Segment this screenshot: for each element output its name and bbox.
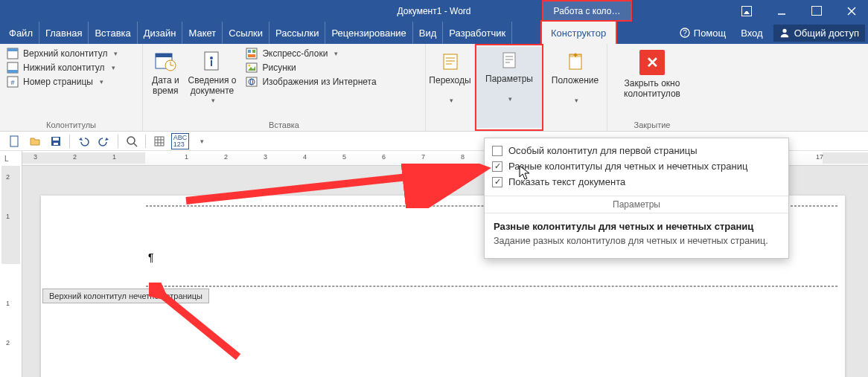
chevron-down-icon: ▾ (211, 97, 215, 105)
close-header-footer-button[interactable]: ✕ Закрыть окно колонтитулов (612, 47, 692, 100)
redo-button[interactable] (95, 133, 114, 149)
close-button[interactable] (835, 0, 868, 22)
undo-button[interactable] (74, 133, 93, 149)
new-doc-button[interactable] (4, 133, 24, 149)
tab-design[interactable]: Дизайн (138, 22, 183, 44)
pilcrow-mark: ¶ (148, 251, 154, 263)
opt2-label: Разные колонтитулы для четных и нечетных… (508, 161, 747, 172)
navigation-button[interactable]: Переходы▾ (430, 47, 470, 105)
ribbon-display-options-icon[interactable] (730, 0, 763, 22)
different-first-page-checkbox[interactable]: Особый колонтитул для первой страницы (492, 143, 781, 158)
page-number-label: Номер страницы (23, 77, 93, 87)
svg-text:#: # (10, 79, 14, 86)
chevron-down-icon: ▾ (450, 97, 453, 105)
navigation-label: Переходы (429, 75, 470, 86)
header-button[interactable]: Верхний колонтитул▾ (4, 47, 138, 60)
help-button[interactable]: ? Помощ (675, 28, 730, 39)
svg-text:?: ? (683, 29, 687, 37)
date-time-button[interactable]: Дата и время (147, 47, 184, 105)
qat-more-button[interactable]: ▾ (191, 133, 211, 149)
svg-rect-9 (7, 70, 18, 73)
ribbon: Верхний колонтитул▾ Нижний колонтитул▾ #… (0, 44, 868, 132)
active-tab-highlight: Конструктор (540, 20, 617, 45)
svg-line-49 (134, 144, 137, 146)
ribbon-tabs: Файл Главная Вставка Дизайн Макет Ссылки… (0, 22, 868, 44)
svg-point-48 (127, 137, 135, 144)
person-icon (779, 28, 790, 38)
svg-rect-34 (503, 53, 515, 68)
checkbox-checked-icon (492, 177, 502, 187)
svg-marker-46 (79, 138, 83, 141)
tab-layout[interactable]: Макет (182, 22, 223, 44)
group-label-insert: Вставка (143, 120, 425, 129)
pictures-icon (246, 62, 258, 74)
quick-parts-icon (246, 48, 258, 59)
show-document-text-checkbox[interactable]: Показать текст документа (492, 174, 781, 190)
tab-developer[interactable]: Разработчик (443, 22, 512, 44)
svg-rect-30 (444, 54, 457, 69)
window-controls (730, 0, 868, 22)
chevron-down-icon: ▾ (100, 78, 103, 86)
tab-insert[interactable]: Вставка (89, 22, 137, 44)
tab-file[interactable]: Файл (0, 22, 39, 44)
options-icon (497, 48, 521, 72)
vertical-ruler[interactable]: 2 1 1 2 (0, 166, 22, 377)
different-odd-even-checkbox[interactable]: Разные колонтитулы для четных и нечетных… (492, 158, 781, 174)
position-button[interactable]: Положение▾ (548, 47, 602, 105)
options-label: Параметры (485, 74, 533, 84)
signin-button[interactable]: Вход (736, 28, 767, 39)
minimize-button[interactable] (765, 0, 798, 22)
checkbox-icon (492, 146, 502, 156)
svg-rect-45 (54, 143, 58, 145)
open-button[interactable] (25, 133, 45, 149)
window-title: Документ1 - Word (397, 6, 470, 16)
footer-icon (7, 62, 19, 74)
svg-rect-22 (252, 50, 255, 53)
tab-view[interactable]: Вид (413, 22, 444, 44)
tab-mailings[interactable]: Рассылки (269, 22, 325, 44)
ribbon-group-options-highlight: Параметры▾ (475, 44, 543, 131)
chevron-down-icon: ▾ (112, 64, 115, 71)
svg-marker-47 (105, 138, 109, 141)
insert-table-button[interactable] (150, 133, 169, 149)
header-label: Верхний колонтитул (23, 48, 107, 59)
ribbon-group-navigation: Переходы▾ (426, 44, 475, 131)
svg-rect-19 (211, 60, 212, 66)
document-info-button[interactable]: Сведения о документе▾ (184, 47, 241, 105)
options-dropdown: Особый колонтитул для первой страницы Ра… (484, 138, 789, 259)
maximize-button[interactable] (800, 0, 833, 22)
document-info-icon (200, 50, 224, 74)
tab-header-footer-design[interactable]: Конструктор (542, 22, 616, 44)
tab-home[interactable]: Главная (39, 22, 89, 44)
print-preview-button[interactable] (122, 133, 141, 149)
footer-label: Нижний колонтитул (23, 62, 105, 73)
online-pictures-button[interactable]: Изображения из Интернета (243, 75, 378, 88)
tab-review[interactable]: Рецензирование (325, 22, 412, 44)
footer-button[interactable]: Нижний колонтитул▾ (4, 61, 138, 74)
checkbox-checked-icon (492, 161, 502, 172)
ribbon-group-insert: Дата и время Сведения о документе▾ Экспр… (143, 44, 426, 131)
page-number-button[interactable]: # Номер страницы▾ (4, 75, 138, 88)
svg-rect-13 (156, 54, 172, 57)
document-info-label: Сведения о документе (188, 75, 237, 97)
quick-parts-label: Экспресс-блоки (262, 48, 328, 59)
options-button[interactable]: Параметры▾ (476, 47, 542, 128)
opt1-label: Особый колонтитул для первой страницы (508, 145, 698, 156)
header-section-tag: Верхний колонтитул нечетной страницы (42, 289, 209, 303)
header-icon (7, 48, 19, 59)
abc-button[interactable]: ABC123 (170, 133, 190, 149)
chevron-down-icon: ▾ (575, 97, 578, 105)
pictures-button[interactable]: Рисунки (243, 61, 378, 74)
share-button[interactable]: Общий доступ (773, 25, 865, 42)
save-button[interactable] (46, 133, 66, 149)
share-label: Общий доступ (794, 28, 859, 39)
quick-parts-button[interactable]: Экспресс-блоки▾ (243, 47, 378, 60)
tab-references[interactable]: Ссылки (223, 22, 269, 44)
ribbon-group-headers-footers: Верхний колонтитул▾ Нижний колонтитул▾ #… (0, 44, 143, 131)
help-label: Помощ (694, 28, 726, 39)
ruler-corner: L (0, 151, 22, 166)
chevron-down-icon: ▾ (334, 50, 338, 57)
position-icon (564, 50, 587, 74)
title-bar: Документ1 - Word Работа с коло… (0, 0, 868, 22)
dropdown-group-label: Параметры (485, 196, 788, 213)
